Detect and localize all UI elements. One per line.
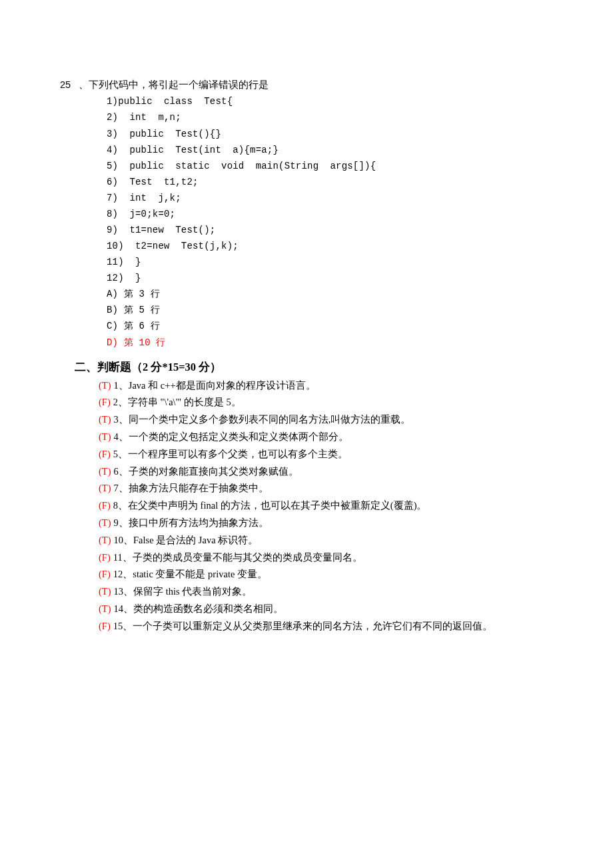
tf-mark: (T) <box>99 429 111 446</box>
tf-text: 7、抽象方法只能存在于抽象类中。 <box>114 480 269 497</box>
page-content: 25 、 下列代码中，将引起一个编译错误的行是 1)public class T… <box>0 0 613 702</box>
tf-text: 9、接口中所有方法均为抽象方法。 <box>114 515 269 532</box>
tf-item: (F)5、一个程序里可以有多个父类，也可以有多个主类。 <box>99 446 553 463</box>
tf-item: (T)4、一个类的定义包括定义类头和定义类体两个部分。 <box>99 429 553 446</box>
tf-text: 8、在父类中声明为 final 的方法，也可以在其子类中被重新定义(覆盖)。 <box>113 497 427 515</box>
code-line: 7) int j,k; <box>60 190 553 206</box>
code-line: 9) t1=new Test(); <box>60 222 553 238</box>
question-text: 下列代码中，将引起一个编译错误的行是 <box>89 77 269 93</box>
tf-mark: (T) <box>99 411 111 429</box>
tf-mark: (T) <box>99 463 111 481</box>
code-line: 8) j=0;k=0; <box>60 206 553 222</box>
code-line: 10) t2=new Test(j,k); <box>60 238 553 254</box>
tf-item: (T)3、同一个类中定义多个参数列表不同的同名方法,叫做方法的重载。 <box>99 411 553 429</box>
option-c: C) 第 6 行 <box>60 318 553 334</box>
tf-text: 1、Java 和 c++都是面向对象的程序设计语言。 <box>114 377 316 395</box>
tf-text: 15、一个子类可以重新定义从父类那里继承来的同名方法，允许它们有不同的返回值。 <box>113 618 493 635</box>
tf-item: (F)2、字符串 "\'a\'" 的长度是 5。 <box>99 394 553 411</box>
tf-item: (F)11、子类的类成员变量不能与其父类的类成员变量同名。 <box>99 549 553 567</box>
code-line: 2) int m,n; <box>60 109 553 125</box>
question-25: 25 、 下列代码中，将引起一个编译错误的行是 1)public class T… <box>60 77 553 351</box>
tf-mark: (T) <box>99 377 111 395</box>
tf-mark: (T) <box>99 583 111 601</box>
true-false-list: (T)1、Java 和 c++都是面向对象的程序设计语言。 (F)2、字符串 "… <box>60 377 553 635</box>
code-line: 5) public static void main(String args[]… <box>60 158 553 174</box>
tf-mark: (F) <box>99 497 111 515</box>
tf-mark: (T) <box>99 480 111 497</box>
tf-text: 11、子类的类成员变量不能与其父类的类成员变量同名。 <box>113 549 362 567</box>
tf-mark: (T) <box>99 601 111 618</box>
section-2-header: 二、判断题（2 分*15=30 分） <box>60 360 553 375</box>
tf-item: (F)8、在父类中声明为 final 的方法，也可以在其子类中被重新定义(覆盖)… <box>99 497 553 515</box>
code-line: 12) } <box>60 270 553 286</box>
tf-text: 4、一个类的定义包括定义类头和定义类体两个部分。 <box>114 429 348 446</box>
tf-item: (T)7、抽象方法只能存在于抽象类中。 <box>99 480 553 497</box>
tf-text: 5、一个程序里可以有多个父类，也可以有多个主类。 <box>113 446 348 463</box>
tf-mark: (T) <box>99 532 111 549</box>
tf-mark: (F) <box>99 549 111 567</box>
code-line: 11) } <box>60 254 553 270</box>
code-line: 1)public class Test{ <box>60 93 553 109</box>
question-number: 25 <box>60 77 79 93</box>
option-a: A) 第 3 行 <box>60 286 553 302</box>
code-line: 6) Test t1,t2; <box>60 174 553 190</box>
tf-item: (T)6、子类的对象能直接向其父类对象赋值。 <box>99 463 553 481</box>
tf-text: 6、子类的对象能直接向其父类对象赋值。 <box>114 463 299 481</box>
option-b: B) 第 5 行 <box>60 302 553 318</box>
tf-mark: (F) <box>99 618 111 635</box>
tf-item: (F)12、static 变量不能是 private 变量。 <box>99 566 553 583</box>
code-line: 4) public Test(int a){m=a;} <box>60 142 553 158</box>
tf-mark: (F) <box>99 394 111 411</box>
tf-mark: (F) <box>99 566 111 583</box>
question-25-stem: 25 、 下列代码中，将引起一个编译错误的行是 <box>60 77 553 93</box>
question-sep: 、 <box>79 77 89 93</box>
tf-item: (F)15、一个子类可以重新定义从父类那里继承来的同名方法，允许它们有不同的返回… <box>99 618 553 635</box>
tf-mark: (T) <box>99 515 111 532</box>
tf-text: 3、同一个类中定义多个参数列表不同的同名方法,叫做方法的重载。 <box>114 411 411 429</box>
tf-item: (T)14、类的构造函数名必须和类名相同。 <box>99 601 553 618</box>
tf-item: (T)9、接口中所有方法均为抽象方法。 <box>99 515 553 532</box>
tf-item: (T)1、Java 和 c++都是面向对象的程序设计语言。 <box>99 377 553 395</box>
tf-text: 12、static 变量不能是 private 变量。 <box>113 566 267 583</box>
tf-text: 14、类的构造函数名必须和类名相同。 <box>114 601 284 618</box>
tf-text: 2、字符串 "\'a\'" 的长度是 5。 <box>113 394 241 411</box>
tf-text: 13、保留字 this 代表当前对象。 <box>114 583 253 601</box>
tf-item: (T)10、False 是合法的 Java 标识符。 <box>99 532 553 549</box>
tf-text: 10、False 是合法的 Java 标识符。 <box>114 532 259 549</box>
code-line: 3) public Test(){} <box>60 126 553 142</box>
tf-mark: (F) <box>99 446 111 463</box>
option-d-correct: D) 第 10 行 <box>60 335 553 351</box>
tf-item: (T)13、保留字 this 代表当前对象。 <box>99 583 553 601</box>
